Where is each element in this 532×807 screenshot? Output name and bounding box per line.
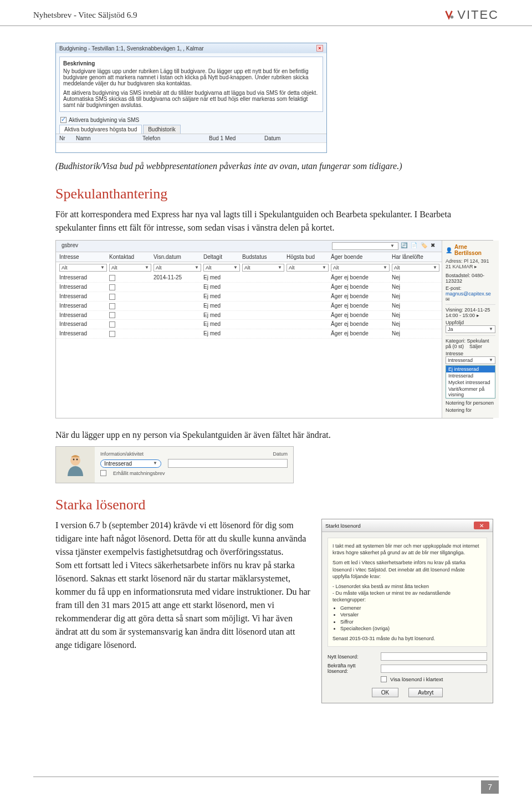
refresh-icon[interactable]: 🔄 xyxy=(401,242,408,250)
rule-versaler: Versaler xyxy=(340,611,482,618)
col-lane: Har lånelöfte xyxy=(392,254,442,260)
spekulant-screenshot: gsbrev ▼ 🔄 📄 🏷️ ✖ Intresse Kontaktad Vis… xyxy=(55,240,493,418)
tag-icon[interactable]: 🏷️ xyxy=(421,242,428,250)
input-confirm-pwd[interactable] xyxy=(381,665,487,673)
password-dialog: Starkt lösenord ✕ I takt med att systeme… xyxy=(321,519,493,703)
page-header: Nyhetsbrev - Vitec Säljstöd 6.9 VITEC xyxy=(0,0,532,26)
opt-intresserad[interactable]: Intresserad xyxy=(446,372,495,379)
vitec-logo-text: VITEC xyxy=(457,8,499,22)
col-namn: Namn xyxy=(76,135,142,141)
budgivning-dialog: Budgivning - Testvillan 1:1, Svensknabbe… xyxy=(55,43,327,153)
spekulant-para: För att korrespondera med Express har ny… xyxy=(55,208,493,234)
show-pwd-label: Visa lösenord i klartext xyxy=(390,676,443,682)
col-deltagit: Deltagit xyxy=(203,254,242,260)
intresse-dropdown[interactable]: Ej intresserad Intresserad Mycket intres… xyxy=(446,365,495,399)
table-row[interactable]: IntresseradEj medÄger ej boendeNej xyxy=(56,320,442,329)
tab-bid-history[interactable]: Budhistorik xyxy=(143,125,180,134)
pwd-rule-sub: - Du måste välja tecken ur minst tre av … xyxy=(332,590,482,603)
tab-active-bids[interactable]: Aktiva budgivares högsta bud xyxy=(59,125,142,134)
beskrivning-p1: Ny budgivare läggs upp under rubriken Lä… xyxy=(63,68,319,86)
col-datum: Datum xyxy=(264,135,309,141)
col-budstatus: Budstatus xyxy=(242,254,287,260)
spekulant-after-para: När du lägger upp en ny person via Speku… xyxy=(55,428,493,442)
filter-ager[interactable]: Alt▼ xyxy=(331,264,390,272)
vitec-logo: VITEC xyxy=(443,8,499,22)
matchning-checkbox[interactable] xyxy=(100,470,106,476)
activate-sms-checkbox[interactable] xyxy=(60,117,66,123)
bud-note: (Budhistorik/Visa bud på webbpresentatio… xyxy=(55,160,493,172)
bid-grid-header: Nr Namn Telefon Bud 1 Med Datum xyxy=(56,134,326,142)
detail-email[interactable]: magnus@capitex.se xyxy=(446,291,491,297)
note-icon[interactable]: 📄 xyxy=(411,242,418,250)
cancel-button[interactable]: Avbryt xyxy=(408,688,443,697)
show-pwd-checkbox[interactable] xyxy=(381,676,387,682)
spek-tab[interactable]: gsbrev xyxy=(59,242,78,250)
avatar-icon xyxy=(62,452,89,478)
col-kontaktad: Kontaktad xyxy=(109,254,154,260)
close-icon[interactable]: ✕ xyxy=(474,522,489,529)
spek-filter-row: Alt▼ Alt▼ Alt▼ Alt▼ Alt▼ Alt▼ Alt▼ Alt▼ xyxy=(56,262,442,273)
saljer: Säljer xyxy=(469,344,482,349)
col-bud: Bud 1 Med xyxy=(209,135,264,141)
detail-phone: Bostadstel: 0480-123232 xyxy=(446,273,495,284)
pwd-intro: I takt med att systemen blir mer och mer… xyxy=(332,543,482,556)
spek-grid-header: Intresse Kontaktad Visn.datum Deltagit B… xyxy=(56,252,442,262)
opt-ej-intresserad[interactable]: Ej intresserad xyxy=(446,366,495,372)
filter-intresse[interactable]: Alt▼ xyxy=(59,264,107,272)
ok-button[interactable]: OK xyxy=(372,688,398,697)
col-intresse: Intresse xyxy=(59,254,109,260)
uppfoljd-label: Uppföljd xyxy=(446,320,464,325)
table-row[interactable]: IntresseradEj medÄger ej boendeNej xyxy=(56,283,442,292)
starka-para: I version 6.7 b (september 2014) krävde … xyxy=(55,519,310,652)
detail-visning: Visning: 2014-11-25 14:00 - 15:00 ▸ xyxy=(446,307,495,318)
dialog-title: Budgivning - Testvillan 1:1, Svensknabbe… xyxy=(59,45,204,52)
pwd-deadline: Senast 2015-03-31 måste du ha bytt lösen… xyxy=(332,635,482,642)
spek-detail-panel: 👤Arne Bertilsson Adress: Pl 124, 391 21 … xyxy=(442,241,499,418)
svg-point-0 xyxy=(451,16,454,18)
heading-spekulanthantering: Spekulanthantering xyxy=(55,186,493,202)
filter-budstatus[interactable]: Alt▼ xyxy=(242,264,284,272)
pwd-lead: Som ett led i Vitecs säkerhetsarbete inf… xyxy=(332,559,482,579)
svg-point-2 xyxy=(73,458,75,460)
matchning-label: Erhållit matchningsbrev xyxy=(113,471,165,476)
avatar xyxy=(56,447,95,483)
page-number: 7 xyxy=(481,780,499,794)
table-row[interactable]: IntresseradEj medÄger ej boendeNej xyxy=(56,302,442,311)
table-row[interactable]: IntresseradEj medÄger ej boendeNej xyxy=(56,311,442,320)
close-icon[interactable]: × xyxy=(316,45,323,52)
filter-lane[interactable]: Alt▼ xyxy=(392,264,439,272)
intresse-label: Intresse xyxy=(446,351,463,356)
table-row[interactable]: IntresseradEj medÄger ej boendeNej xyxy=(56,292,442,302)
col-visn: Visn.datum xyxy=(154,254,203,260)
table-row[interactable]: Intresserad2014-11-25Ej medÄger ej boend… xyxy=(56,273,442,283)
spek-top-select[interactable]: ▼ xyxy=(332,242,398,250)
info-col1: Information/aktivitet xyxy=(100,451,144,457)
filter-visn[interactable]: Alt▼ xyxy=(154,264,201,272)
info-select[interactable]: Intresserad▼ xyxy=(100,459,161,468)
rule-siffror: Siffror xyxy=(340,619,482,625)
table-row[interactable]: IntresseradEj medÄger ej boendeNej xyxy=(56,329,442,339)
notering-personen: Notering för personen xyxy=(446,400,495,406)
filter-hogsta[interactable]: Alt▼ xyxy=(287,264,329,272)
info-col2: Datum xyxy=(273,451,288,457)
detail-name: Arne Bertilsson xyxy=(454,244,495,256)
activate-sms-label: Aktivera budgivning via SMS xyxy=(69,117,139,123)
header-title: Nyhetsbrev - Vitec Säljstöd 6.9 xyxy=(33,11,137,20)
uppfoljd-select[interactable]: Ja▼ xyxy=(446,325,495,333)
filter-kontaktad[interactable]: Alt▼ xyxy=(109,264,151,272)
delete-icon[interactable]: ✖ xyxy=(431,242,438,250)
info-aktivitet-shot: Information/aktivitet Datum Intresserad▼… xyxy=(55,446,294,483)
col-nr: Nr xyxy=(59,135,76,141)
vitec-logo-icon xyxy=(443,9,455,21)
person-icon: 👤 xyxy=(446,247,452,253)
intresse-select[interactable]: Intresserad▼ xyxy=(446,356,495,364)
filter-deltagit[interactable]: Alt▼ xyxy=(203,264,240,272)
opt-mycket[interactable]: Mycket intresserad xyxy=(446,379,495,386)
page-footer: 7 xyxy=(0,777,532,794)
input-new-pwd[interactable] xyxy=(381,652,487,661)
col-ager: Äger boende xyxy=(331,254,392,260)
col-hogsta: Högsta bud xyxy=(287,254,331,260)
opt-varit[interactable]: Varit/kommer på visning xyxy=(446,386,495,398)
beskrivning-label: Beskrivning xyxy=(63,60,319,67)
label-new-pwd: Nytt lösenord: xyxy=(328,654,377,660)
